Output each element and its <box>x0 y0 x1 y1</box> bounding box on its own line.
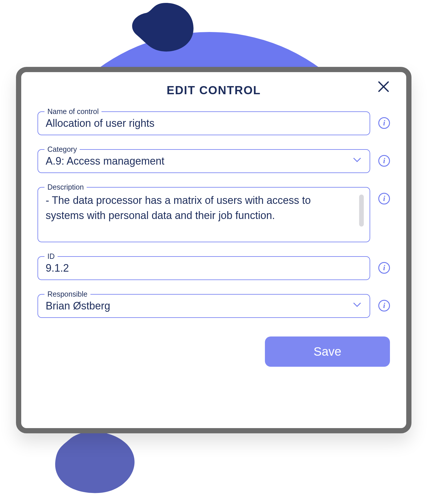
info-icon[interactable]: i <box>378 193 390 204</box>
info-icon[interactable]: i <box>378 117 390 129</box>
id-value: 9.1.2 <box>46 262 362 274</box>
responsible-value: Brian Østberg <box>46 300 349 312</box>
chevron-down-icon <box>352 155 362 168</box>
id-input[interactable]: 9.1.2 <box>38 256 370 280</box>
decorative-blob-top <box>125 0 201 55</box>
edit-control-dialog: EDIT CONTROL Name of control Allocation … <box>16 67 411 433</box>
info-icon[interactable]: i <box>378 300 390 311</box>
name-value: Allocation of user rights <box>46 117 362 129</box>
category-value: A.9: Access management <box>46 155 349 167</box>
dialog-title: EDIT CONTROL <box>167 84 261 97</box>
responsible-label: Responsible <box>44 290 90 298</box>
decorative-blob-bottom <box>52 428 140 494</box>
description-label: Description <box>44 183 87 191</box>
close-button[interactable] <box>375 79 392 95</box>
scrollbar-thumb[interactable] <box>359 195 364 227</box>
category-label: Category <box>44 145 80 154</box>
info-icon[interactable]: i <box>378 262 390 274</box>
id-label: ID <box>44 252 58 261</box>
category-select[interactable]: A.9: Access management <box>38 149 370 173</box>
save-button[interactable]: Save <box>265 336 390 367</box>
description-value: - The data processor has a matrix of use… <box>46 193 350 223</box>
name-label: Name of control <box>44 107 101 116</box>
close-icon <box>377 80 390 93</box>
description-textarea[interactable]: - The data processor has a matrix of use… <box>38 187 370 242</box>
chevron-down-icon <box>352 300 362 312</box>
info-icon[interactable]: i <box>378 155 390 167</box>
